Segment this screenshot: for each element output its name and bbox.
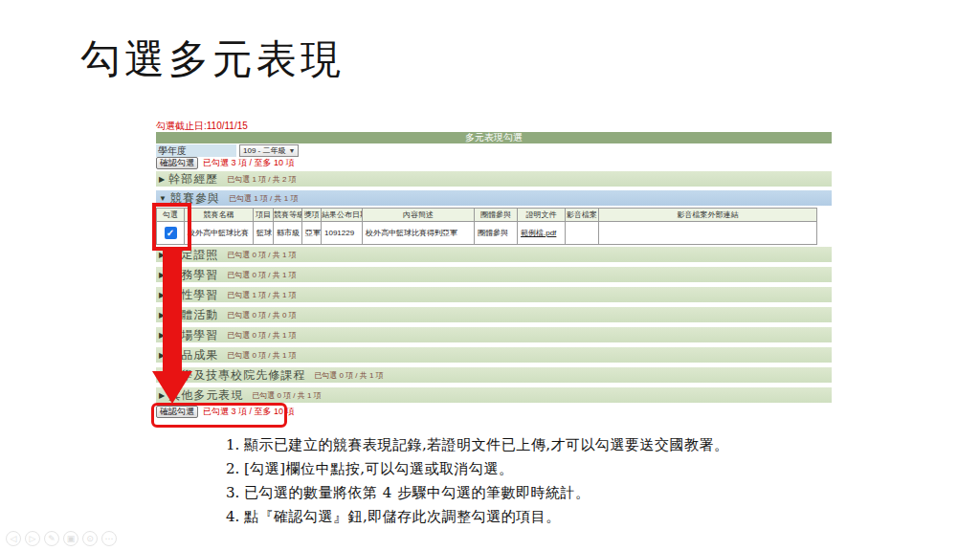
section-count: 已勾選 1 項 / 共 1 項 [229, 193, 298, 204]
instruction-list: 1. 顯示已建立的競賽表現記錄,若證明文件已上傳,才可以勾選要送交國教署。 2.… [226, 435, 838, 531]
instruction-number: 2. [226, 459, 244, 478]
table-cell: 籃球 [254, 222, 274, 245]
section-count: 已勾選 1 項 / 共 1 項 [227, 290, 296, 300]
column-header: 團體參與 [475, 209, 518, 222]
pen-tool-button[interactable]: ✎ [44, 531, 59, 546]
instruction-item: 1. 顯示已建立的競賽表現記錄,若證明文件已上傳,才可以勾選要送交國教署。 [226, 435, 838, 454]
instruction-item: 3. 已勾選的數量將依第 4 步驟中勾選的筆數即時統計。 [226, 483, 838, 502]
section-count: 已勾選 0 項 / 共 1 項 [314, 370, 383, 381]
section-title: 幹部經歷 [168, 171, 218, 187]
control-glyph-icon: ✎ [48, 534, 56, 543]
table-row: ✓ 校外高中籃球比賽籃球縣市級亞軍1091229校外高中籃球比賽得到亞軍團體參與… [157, 222, 817, 245]
section-count: 已勾選 0 項 / 共 0 項 [227, 310, 296, 320]
section-count: 已勾選 0 項 / 共 1 項 [227, 330, 296, 341]
control-glyph-icon: ▣ [67, 534, 76, 543]
presenter-controls: ◁ ▷ ✎ ▣ ⊙ ⋯ [6, 531, 117, 546]
annotation-box-confirm [151, 403, 287, 428]
column-header: 獎項 [302, 209, 322, 222]
annotation-arrow-head-icon [152, 371, 192, 404]
document-link[interactable]: 範例檔.pdf [518, 222, 566, 245]
section-toggle-icon: ▼ [159, 194, 167, 203]
column-header: 影音檔案外部連結 [599, 209, 817, 222]
服務學習[interactable]: ▶ 服務學習 已勾選 0 項 / 共 1 項 [156, 267, 832, 282]
section-list-bottom: ▶ 檢定證照 已勾選 0 項 / 共 1 項 ▶ 服務學習 已勾選 0 項 / … [156, 247, 832, 403]
instruction-text: 已勾選的數量將依第 4 步驟中勾選的筆數即時統計。 [244, 483, 590, 502]
page-banner-title: 多元表現勾選 [156, 132, 832, 143]
instruction-text: 點『確認勾選』鈕,即儲存此次調整勾選的項目。 [244, 507, 561, 526]
all-slides-button[interactable]: ▣ [63, 531, 78, 546]
school-year-select[interactable]: 109 - 二年級 ▼ [239, 144, 299, 157]
instruction-number: 1. [226, 435, 244, 454]
instruction-item: 2. [勾選]欄位中點按,可以勾選或取消勾選。 [226, 459, 838, 478]
幹部經歷[interactable]: ▶ 幹部經歷 已勾選 1 項 / 共 2 項 [156, 171, 832, 187]
instruction-text: [勾選]欄位中點按,可以勾選或取消勾選。 [244, 459, 513, 478]
section-list-top: ▶ 幹部經歷 已勾選 1 項 / 共 2 項 ▼ 競賽參與 已勾選 1 項 / … [156, 171, 832, 206]
section-toggle-icon: ▶ [159, 175, 165, 184]
大學及技專校院先修課程[interactable]: ▶ 大學及技專校院先修課程 已勾選 0 項 / 共 1 項 [156, 367, 832, 383]
school-year-label: 學年度 [156, 144, 236, 157]
school-year-value: 109 - 二年級 [243, 145, 285, 156]
control-glyph-icon: ◁ [11, 534, 17, 543]
control-glyph-icon: ▷ [30, 534, 36, 543]
table-cell: 團體參與 [475, 222, 518, 245]
section-count: 已勾選 0 項 / 共 1 項 [227, 250, 296, 260]
embedded-screenshot: 勾選截止日:110/11/15 多元表現勾選 學年度 109 - 二年級 ▼ 確… [156, 121, 832, 418]
chevron-down-icon: ▼ [288, 147, 295, 154]
annotation-box-checkbox [152, 203, 191, 251]
其他多元表現[interactable]: ▶ 其他多元表現 已勾選 0 項 / 共 1 項 [156, 387, 832, 403]
table-cell: 1091229 [322, 222, 363, 245]
control-glyph-icon: ⋯ [105, 534, 114, 543]
confirm-row-top: 確認勾選 已勾選 3 項 / 至多 10 項 [156, 157, 832, 169]
column-header: 內容簡述 [363, 209, 475, 222]
column-header: 項目 [254, 209, 274, 222]
column-header: 結果公布日期 [322, 209, 363, 222]
競賽參與[interactable]: ▼ 競賽參與 已勾選 1 項 / 共 1 項 [156, 190, 832, 206]
table-cell: 校外高中籃球比賽得到亞軍 [363, 222, 475, 245]
column-header: 證明文件 [518, 209, 566, 222]
next-slide-button[interactable]: ▷ [25, 531, 40, 546]
section-count: 已勾選 0 項 / 共 1 項 [252, 390, 321, 401]
column-header: 影音檔案 [566, 209, 599, 222]
school-year-row: 學年度 109 - 二年級 ▼ [156, 144, 832, 157]
more-options-button[interactable]: ⋯ [101, 531, 117, 546]
table-cell: 校外高中籃球比賽 [185, 222, 254, 245]
作品成果[interactable]: ▶ 作品成果 已勾選 0 項 / 共 1 項 [156, 347, 832, 363]
instruction-number: 3. [226, 483, 244, 502]
column-header: 競賽名稱 [185, 209, 254, 222]
table-cell: 縣市級 [274, 222, 302, 245]
selection-summary: 已勾選 3 項 / 至多 10 項 [203, 157, 295, 169]
instruction-text: 顯示已建立的競賽表現記錄,若證明文件已上傳,才可以勾選要送交國教署。 [244, 435, 729, 454]
團體活動[interactable]: ▶ 團體活動 已勾選 0 項 / 共 0 項 [156, 307, 832, 322]
deadline-note: 勾選截止日:110/11/15 [156, 121, 832, 131]
section-count: 已勾選 0 項 / 共 1 項 [227, 270, 296, 280]
section-count: 已勾選 1 項 / 共 2 項 [227, 174, 296, 185]
competition-table: 勾選競賽名稱項目競賽等級獎項結果公布日期內容簡述團體參與證明文件影音檔案影音檔案… [156, 208, 817, 245]
control-glyph-icon: ⊙ [86, 534, 94, 543]
zoom-button[interactable]: ⊙ [82, 531, 98, 546]
table-cell [599, 222, 817, 245]
section-count: 已勾選 0 項 / 共 1 項 [227, 350, 296, 361]
annotation-arrow-shaft [163, 249, 182, 373]
職場學習[interactable]: ▶ 職場學習 已勾選 0 項 / 共 1 項 [156, 327, 832, 342]
instruction-number: 4. [226, 507, 244, 526]
table-cell [566, 222, 599, 245]
confirm-selection-button[interactable]: 確認勾選 [156, 157, 198, 169]
column-header: 競賽等級 [274, 209, 302, 222]
instruction-item: 4. 點『確認勾選』鈕,即儲存此次調整勾選的項目。 [226, 507, 838, 526]
彈性學習[interactable]: ▶ 彈性學習 已勾選 1 項 / 共 1 項 [156, 287, 832, 302]
table-cell: 亞軍 [302, 222, 322, 245]
檢定證照[interactable]: ▶ 檢定證照 已勾選 0 項 / 共 1 項 [156, 247, 832, 262]
prev-slide-button[interactable]: ◁ [6, 531, 21, 546]
slide-title: 勾選多元表現 [80, 33, 345, 86]
table-header-row: 勾選競賽名稱項目競賽等級獎項結果公布日期內容簡述團體參與證明文件影音檔案影音檔案… [157, 209, 817, 222]
